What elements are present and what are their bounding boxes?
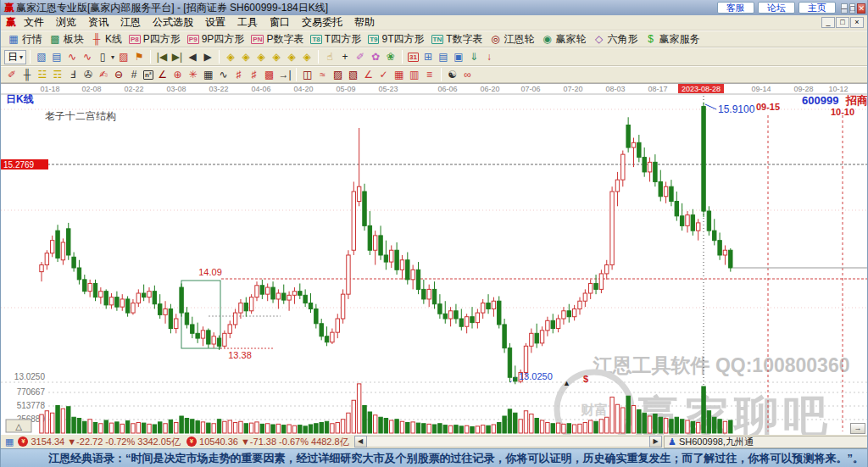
toolbar-density-tool[interactable]: # xyxy=(126,67,142,82)
toolbar-first-bar-icon[interactable]: |◀ xyxy=(154,49,170,64)
toolbar-indicator-box-icon[interactable]: ▨ xyxy=(116,49,131,64)
toolbar-star-tool[interactable]: ✳ xyxy=(186,67,201,82)
toolbar-calendar-icon[interactable]: 31 xyxy=(406,49,420,64)
toolbar-box-select-tool[interactable]: ◫ xyxy=(300,67,315,82)
toolbar-fill-box-tool[interactable]: ▨ xyxy=(331,67,346,82)
toolbar-kline-button[interactable]: ╫K线 xyxy=(87,31,125,47)
menu-item-江恩[interactable]: 江恩 xyxy=(114,14,147,31)
toolbar-gann-face-icon[interactable]: ✿ xyxy=(368,49,383,64)
toolbar-yinyang-tool[interactable]: ☯ xyxy=(445,67,460,82)
toolbar-infinity-tool[interactable]: ∞ xyxy=(460,67,476,82)
toolbar-winner-service-button[interactable]: $赢家服务 xyxy=(642,31,704,47)
toolbar-p-square-button[interactable]: P8P四方形 xyxy=(125,31,184,47)
child-close-button[interactable]: × xyxy=(850,17,864,28)
toolbar-wheel-mini-icon[interactable]: ❀ xyxy=(383,49,398,64)
toolbar-zoom-diamond-4[interactable]: ◈ xyxy=(269,49,284,64)
next-stock-cell[interactable]: ♟ SH600998,九州通 xyxy=(664,436,867,448)
toolbar-grid-red-tool[interactable]: ▦ xyxy=(392,67,407,82)
toolbar-line-draw-icon[interactable]: ✐ xyxy=(353,49,368,64)
close-button[interactable]: ✕ xyxy=(857,3,865,14)
toolbar-circle-cross-tool[interactable]: ⊕ xyxy=(170,67,186,82)
toolbar-refresh-icon[interactable]: ⇓ xyxy=(466,49,481,64)
toolbar-angle-tool[interactable]: ∠ xyxy=(155,67,170,82)
toolbar-hash-red-tool[interactable]: ♯ xyxy=(231,67,247,82)
toolbar-zoom-diamond-3[interactable]: ◈ xyxy=(253,49,269,64)
menu-item-工具[interactable]: 工具 xyxy=(231,14,264,31)
toolbar-pan-hand-icon[interactable]: ☝ xyxy=(322,49,337,64)
toolbar-flag-icon[interactable]: ⚑ xyxy=(131,49,147,64)
shanghai-index-icon[interactable]: ¥ xyxy=(18,436,28,447)
toolbar-n-square-tool[interactable]: n² xyxy=(142,67,155,82)
titlebar-link-2[interactable]: 主页 xyxy=(798,2,836,14)
toolbar-p-table-button[interactable]: PNP数字表 xyxy=(248,31,307,47)
toolbar-f-ruler-tool[interactable]: Ⅎ xyxy=(65,67,81,82)
minimize-button[interactable]: ─ xyxy=(841,3,848,14)
toolbar-t-table-button[interactable]: TNT数字表 xyxy=(428,31,487,47)
toolbar-check-tool[interactable]: ✓ xyxy=(376,67,392,82)
toolbar-crosshair-icon[interactable]: + xyxy=(337,49,353,64)
toolbar-time-shift-tool[interactable]: →| xyxy=(277,67,292,82)
chart-hscrollbar[interactable]: ◀ ▶ xyxy=(354,436,662,448)
toolbar-notes-icon[interactable]: ▤ xyxy=(436,49,451,64)
scroll-left-arrow[interactable]: ◀ xyxy=(354,436,367,448)
child-minimize-button[interactable]: _ xyxy=(821,17,835,28)
menu-item-文件[interactable]: 文件 xyxy=(18,14,50,31)
toolbar-zoom-diamond-6[interactable]: ◈ xyxy=(299,49,314,64)
toolbar-fill-box2-tool[interactable]: ▧ xyxy=(346,67,361,82)
toolbar-ellipse-tool[interactable]: ⊖ xyxy=(111,67,126,82)
toolbar-grid-red2-tool[interactable]: ▥ xyxy=(407,67,422,82)
toolbar-gann-wheel-button[interactable]: ◎江恩轮 xyxy=(487,31,538,47)
toolbar-zoom-diamond-1[interactable]: ◈ xyxy=(223,49,238,64)
toolbar-lines-tool[interactable]: ≡ xyxy=(422,67,437,82)
toolbar-quotes-button[interactable]: ▦行情 xyxy=(4,31,46,47)
toolbar-pen-tool[interactable]: ✐ xyxy=(4,67,19,82)
toolbar-hexagon-button[interactable]: ◇六角形 xyxy=(590,31,642,47)
toolbar-winner-wheel-button[interactable]: ◉赢家轮 xyxy=(538,31,590,47)
menu-item-资讯[interactable]: 资讯 xyxy=(82,14,114,31)
toolbar-info-panel-icon[interactable]: ▤ xyxy=(49,49,64,64)
toolbar-chart-panel-icon[interactable]: ▧ xyxy=(34,49,49,64)
toolbar-candle-style-dropdown[interactable]: ▯▾ xyxy=(95,49,116,64)
shenzhen-index-quote[interactable]: 10540.36 ▼-71.38 -0.67% 4482.8亿 xyxy=(199,436,349,448)
toolbar-prev-bar-icon[interactable]: ◀ xyxy=(185,49,200,64)
toolbar-shade-tool[interactable]: ▩ xyxy=(262,67,277,82)
toolbar-save-icon[interactable]: ▣ xyxy=(451,49,466,64)
child-restore-button[interactable]: □ xyxy=(836,17,849,28)
toolbar-zigzag2-icon[interactable]: ∿ xyxy=(80,49,95,64)
period-dropdown[interactable]: 日▾ xyxy=(4,50,26,64)
toolbar-gann-grid-yellow[interactable]: ☳ xyxy=(35,67,50,82)
toolbar-sectors-button[interactable]: ▩板块 xyxy=(46,31,87,47)
toolbar-download-icon[interactable]: ↓ xyxy=(481,49,497,64)
toolbar-grid-tool[interactable]: ▦ xyxy=(201,67,216,82)
shanghai-index-quote[interactable]: 3154.34 ▼-22.72 -0.72% 3342.05亿 xyxy=(31,436,181,448)
toolbar-rays-tool[interactable]: ≈ xyxy=(315,67,331,82)
kline-chart-area[interactable]: 01-1802-0802-2203-0803-2204-0604-2005-09… xyxy=(1,83,867,434)
chart-scroll-right-button[interactable]: → xyxy=(850,423,865,434)
menu-item-窗口[interactable]: 窗口 xyxy=(264,14,296,31)
menu-item-帮助[interactable]: 帮助 xyxy=(348,14,381,31)
toolbar-angle2-tool[interactable]: ∠ xyxy=(361,67,376,82)
toolbar-annotate-tool[interactable]: ✍ xyxy=(96,67,111,82)
toolbar-next-bar-icon[interactable]: ▶ xyxy=(200,49,215,64)
shenzhen-index-icon[interactable]: ¥ xyxy=(186,436,197,447)
toolbar-wave-tool[interactable]: ∿ xyxy=(216,67,231,82)
toolbar-9t-square-button[interactable]: T99T四方形 xyxy=(364,31,427,47)
menu-item-公式选股[interactable]: 公式选股 xyxy=(147,14,199,31)
toolbar-9p-square-button[interactable]: P99P四方形 xyxy=(184,31,248,47)
menu-item-浏览[interactable]: 浏览 xyxy=(50,14,82,31)
toolbar-t-square-button[interactable]: T8T四方形 xyxy=(307,31,364,47)
toolbar-zoom-diamond-5[interactable]: ◈ xyxy=(284,49,299,64)
toolbar-hash-red2-tool[interactable]: ♯ xyxy=(247,67,262,82)
titlebar-link-1[interactable]: 论坛 xyxy=(758,2,795,14)
toolbar-last-bar-icon[interactable]: ▶| xyxy=(170,49,185,64)
toolbar-spiral-tool[interactable]: ✇ xyxy=(81,67,96,82)
toolbar-zigzag-icon[interactable]: ∿ xyxy=(64,49,80,64)
scroll-right-arrow[interactable]: ▶ xyxy=(649,436,662,448)
scroll-track[interactable] xyxy=(367,436,649,448)
grid-view-icon[interactable]: ▦ xyxy=(5,436,14,448)
menu-item-设置[interactable]: 设置 xyxy=(199,14,231,31)
toolbar-calculator-icon[interactable]: ⊞ xyxy=(420,49,436,64)
toolbar-zoom-diamond-2[interactable]: ◈ xyxy=(238,49,253,64)
toolbar-cycle-line-tool[interactable]: ╫ xyxy=(19,67,35,82)
titlebar-link-0[interactable]: 客服 xyxy=(717,2,754,14)
